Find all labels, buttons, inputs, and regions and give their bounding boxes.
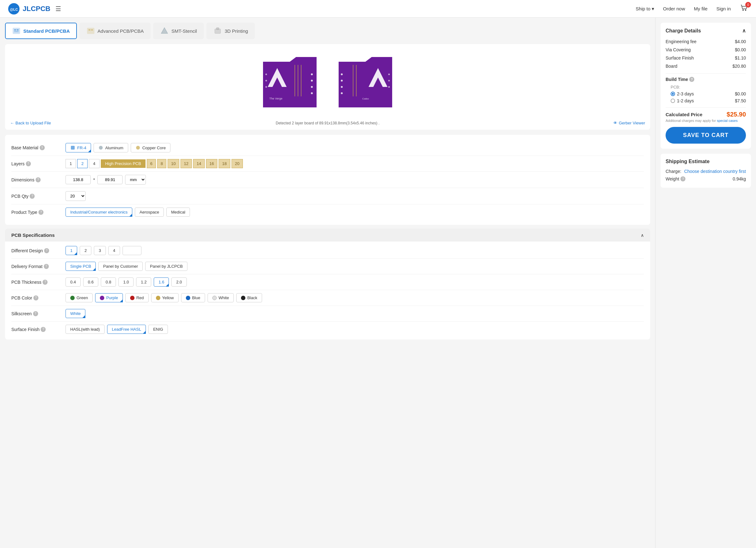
layer-1-btn[interactable]: 1 <box>66 159 76 168</box>
design-custom-input[interactable] <box>123 246 141 255</box>
product-medical-btn[interactable]: Medical <box>166 208 190 217</box>
dimensions-label: Dimensions ? <box>11 177 62 182</box>
svg-point-21 <box>311 86 313 88</box>
color-white-btn[interactable]: White <box>208 293 234 302</box>
spec-section-header[interactable]: PCB Specifications ∧ <box>5 229 650 242</box>
thickness-10-btn[interactable]: 1.0 <box>118 277 134 287</box>
menu-icon[interactable]: ☰ <box>55 5 61 13</box>
unit-select[interactable]: mm inch <box>125 175 146 185</box>
thickness-16-btn[interactable]: 1.6 <box>154 277 169 287</box>
pcb-color-help[interactable]: ? <box>33 295 38 300</box>
surface-finish-help[interactable]: ? <box>41 327 46 332</box>
layer-16-btn[interactable]: 16 <box>206 159 217 168</box>
layers-controls: 1 2 4 High Precision PCB 6 8 10 12 14 16… <box>66 159 243 168</box>
silkscreen-white-btn[interactable]: White <box>66 309 85 318</box>
color-black-btn[interactable]: Black <box>236 293 262 302</box>
build-time-radio-1[interactable] <box>671 92 675 96</box>
design-1-btn[interactable]: 1 <box>66 246 77 255</box>
base-copper-btn[interactable]: Copper Core <box>131 143 170 152</box>
product-type-help[interactable]: ? <box>38 210 43 215</box>
back-to-upload-link[interactable]: ← Back to Upload File <box>10 121 51 125</box>
pcb-qty-help[interactable]: ? <box>30 194 35 199</box>
delivery-single-btn[interactable]: Single PCB <box>66 262 96 271</box>
logo[interactable]: @LC JLCPCB <box>8 3 50 15</box>
product-type-row: Product Type ? Industrial/Consumer elect… <box>11 204 644 220</box>
layer-14-btn[interactable]: 14 <box>193 159 204 168</box>
svg-point-22 <box>311 92 313 94</box>
collapse-icon: ∧ <box>641 233 644 238</box>
layer-12-btn[interactable]: 12 <box>180 159 192 168</box>
thickness-08-btn[interactable]: 0.8 <box>101 277 116 287</box>
color-purple-btn[interactable]: Purple <box>95 293 123 302</box>
layers-help[interactable]: ? <box>26 161 31 166</box>
build-time-option-1[interactable]: 2-3 days $0.00 <box>671 90 746 97</box>
base-material-help[interactable]: ? <box>40 145 45 150</box>
build-time-option-2[interactable]: 1-2 days $7.50 <box>671 97 746 104</box>
tab-advanced[interactable]: Advanced PCB/PCBA <box>79 23 151 39</box>
spec-section-title: PCB Specifications <box>11 232 55 238</box>
design-2-btn[interactable]: 2 <box>80 246 91 255</box>
dimensions-help[interactable]: ? <box>36 177 41 182</box>
width-input[interactable] <box>66 175 91 184</box>
gerber-viewer-link[interactable]: 👁 Gerber Viewer <box>613 121 645 125</box>
base-aluminum-btn[interactable]: Aluminum <box>94 143 128 152</box>
special-cases-link[interactable]: special cases <box>717 119 738 123</box>
build-time-help[interactable]: ? <box>689 77 694 82</box>
product-industrial-btn[interactable]: Industrial/Consumer electronics <box>66 208 132 217</box>
tab-smt[interactable]: SMT-Stencil <box>153 23 204 39</box>
layer-20-btn[interactable]: 20 <box>232 159 243 168</box>
calculated-price-note: Additional charges may apply for special… <box>666 119 746 123</box>
color-blue-btn[interactable]: Blue <box>181 293 205 302</box>
layer-18-btn[interactable]: 18 <box>219 159 230 168</box>
different-design-label: Different Design ? <box>11 248 62 253</box>
charge-collapse-icon[interactable]: ∧ <box>742 28 746 34</box>
charge-details-header: Charge Details ∧ <box>666 28 746 34</box>
layer-2-btn[interactable]: 2 <box>77 159 88 168</box>
order-now-nav[interactable]: Order now <box>663 6 685 11</box>
silkscreen-help[interactable]: ? <box>33 311 38 316</box>
thickness-06-btn[interactable]: 0.6 <box>83 277 98 287</box>
design-3-btn[interactable]: 3 <box>94 246 106 255</box>
color-yellow-btn[interactable]: Yellow <box>151 293 179 302</box>
engineering-fee-value: $4.00 <box>735 39 746 44</box>
thickness-20-btn[interactable]: 2.0 <box>171 277 186 287</box>
pcb-thickness-help[interactable]: ? <box>43 280 48 285</box>
delivery-format-help[interactable]: ? <box>44 264 49 269</box>
surface-enig-btn[interactable]: ENIG <box>148 325 168 334</box>
color-red-btn[interactable]: Red <box>125 293 149 302</box>
shipping-charge-value[interactable]: Choose destination country first <box>684 169 746 174</box>
surface-hasl-btn[interactable]: HASL(with lead) <box>66 325 105 334</box>
height-input[interactable] <box>97 175 123 184</box>
calculated-price-section: Calculated Price $25.90 Additional charg… <box>666 107 746 123</box>
svg-rect-13 <box>216 28 219 30</box>
layer-4-btn[interactable]: 4 <box>89 159 99 168</box>
cart-button[interactable]: 0 <box>740 4 748 14</box>
save-to-cart-button[interactable]: SAVE TO CART <box>666 127 746 144</box>
layer-10-btn[interactable]: 10 <box>168 159 179 168</box>
weight-help[interactable]: ? <box>680 176 685 181</box>
design-4-btn[interactable]: 4 <box>108 246 120 255</box>
ship-to-nav[interactable]: Ship to ▾ <box>636 6 654 12</box>
via-covering-row: Via Covering $0.00 <box>666 46 746 54</box>
high-precision-btn[interactable]: High Precision PCB <box>101 159 146 168</box>
delivery-panel-customer-btn[interactable]: Panel by Customer <box>98 262 143 271</box>
color-green-btn[interactable]: Green <box>66 293 93 302</box>
product-aerospace-btn[interactable]: Aerospace <box>135 208 164 217</box>
tab-standard[interactable]: Standard PCB/PCBA <box>5 23 77 39</box>
build-time-radio-2[interactable] <box>671 99 675 103</box>
svg-point-25 <box>266 86 267 88</box>
layer-6-btn[interactable]: 6 <box>147 159 156 168</box>
thickness-12-btn[interactable]: 1.2 <box>136 277 151 287</box>
thickness-04-btn[interactable]: 0.4 <box>66 277 81 287</box>
tab-3d[interactable]: 3D Printing <box>206 23 255 39</box>
different-design-help[interactable]: ? <box>44 248 49 253</box>
surface-leadfree-btn[interactable]: LeadFree HASL <box>107 325 146 334</box>
qty-select[interactable]: 5 10 15 20 25 30 50 100 <box>66 191 86 201</box>
sign-in-nav[interactable]: Sign in <box>716 6 731 11</box>
base-fr4-btn[interactable]: FR-4 <box>66 143 91 152</box>
delivery-panel-jlcpcb-btn[interactable]: Panel by JLCPCB <box>145 262 187 271</box>
layer-8-btn[interactable]: 8 <box>157 159 166 168</box>
svg-rect-8 <box>87 28 94 34</box>
my-file-nav[interactable]: My file <box>694 6 707 11</box>
pcb-thickness-label: PCB Thickness ? <box>11 280 62 285</box>
